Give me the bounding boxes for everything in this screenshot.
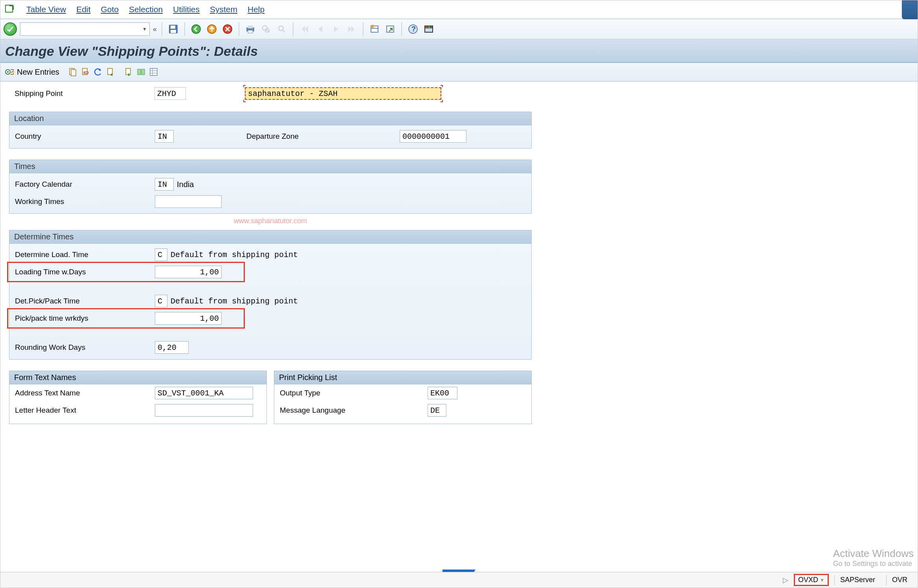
window-corner [902,0,918,19]
det-pickpack-time-code[interactable]: C [155,295,167,307]
app-menu-icon[interactable] [4,3,16,16]
select-set-icon[interactable] [136,67,146,77]
shipping-point-description-input[interactable]: saphanatutor - ZSAH [245,87,441,100]
undo-icon[interactable] [93,67,103,77]
separator [162,22,162,36]
message-language-input[interactable]: DE [428,404,446,417]
chevron-down-icon[interactable]: ▼ [142,26,147,32]
tcode-cell[interactable]: OVXD ▼ [794,574,829,586]
menu-edit[interactable]: Edit [76,5,90,14]
prev-entry-icon[interactable] [106,67,115,77]
menu-help[interactable]: Help [248,5,264,14]
svg-rect-17 [387,26,394,32]
status-bar: ▷ OVXD ▼ SAPServer OVR [0,572,918,588]
shortcut-icon[interactable] [384,23,397,35]
svg-rect-9 [248,30,253,33]
new-entries-button[interactable]: New Entries [17,68,59,77]
server-cell: SAPServer [834,575,881,585]
menu-table-view[interactable]: Table View [26,5,66,14]
pickpack-days-input[interactable]: 1,00 [155,312,222,325]
print-icon[interactable] [244,23,257,35]
svg-rect-22 [428,26,430,28]
departure-zone-label: Departure Zone [246,132,400,141]
cancel-icon[interactable] [221,23,234,35]
new-session-icon[interactable]: ✸ [368,23,381,35]
back-icon[interactable] [190,23,202,35]
determine-load-time-code[interactable]: C [155,248,167,261]
winhint-line1: Activate Windows [833,548,914,560]
svg-point-26 [7,71,9,73]
determine-load-time-label: Determine Load. Time [9,250,155,259]
nav-first-icon [298,23,311,35]
times-group: Times Factory Calendar IN India Working … [9,160,532,214]
page-title: Change View "Shipping Points": Details [0,40,918,63]
table-settings-icon[interactable] [149,67,158,77]
address-text-label: Address Text Name [9,389,155,397]
message-language-label: Message Language [274,406,428,415]
nav-prev-icon [314,23,327,35]
factory-calendar-input[interactable]: IN [155,178,174,191]
main-toolbar: ▼ « ✸ ? [0,19,918,40]
menu-selection[interactable]: Selection [129,5,163,14]
print-picking-header: Print Picking List [274,371,531,384]
shipping-point-label: Shipping Point [9,89,154,98]
collapse-toggle-icon[interactable]: « [153,25,157,33]
svg-rect-31 [84,72,88,73]
help-icon[interactable]: ? [407,23,419,35]
loading-time-days-input[interactable]: 1,00 [155,266,222,278]
tcode-text: OVXD [798,576,818,584]
factory-calendar-desc: India [177,180,194,189]
svg-rect-24 [425,28,432,32]
address-text-input[interactable]: SD_VST_0001_KA [155,387,253,399]
winhint-line2: Go to Settings to activate [833,560,914,568]
rounding-days-input[interactable]: 0,20 [155,341,189,354]
svg-text:✸: ✸ [370,24,375,29]
rounding-days-label: Rounding Work Days [9,343,155,352]
location-group: Location Country IN Departure Zone 00000… [9,112,532,149]
menu-system[interactable]: System [210,5,237,14]
svg-rect-28 [71,70,76,76]
next-entry-icon[interactable] [124,67,133,77]
location-group-header: Location [9,112,531,125]
save-icon[interactable] [167,23,180,35]
times-group-header: Times [9,160,531,173]
separator [363,22,364,36]
menu-utilities[interactable]: Utilities [173,5,200,14]
departure-zone-input[interactable]: 0000000001 [400,130,466,143]
letter-header-input[interactable] [155,404,253,417]
chevron-down-icon: ▼ [820,577,824,583]
separator [401,22,402,36]
svg-rect-35 [141,69,145,75]
ok-button[interactable] [4,22,17,36]
menu-goto[interactable]: Goto [101,5,119,14]
menubar: Table View Edit Goto Selection Utilities… [0,0,918,19]
form-text-group: Form Text Names Address Text Name SD_VST… [9,371,267,424]
command-field[interactable]: ▼ [20,22,150,36]
svg-rect-8 [248,26,253,28]
svg-point-10 [263,26,267,30]
find-icon [260,23,272,35]
separator [184,22,185,36]
working-times-input[interactable] [155,195,222,208]
loading-time-days-label: Loading Time w.Days [9,268,155,276]
layout-icon[interactable] [422,23,435,35]
svg-rect-3 [171,30,176,33]
country-input[interactable]: IN [155,130,174,143]
form-text-header: Form Text Names [9,371,266,384]
separator [239,22,239,36]
determine-times-group: Determine Times Determine Load. Time C D… [9,230,532,360]
find-next-icon [275,23,288,35]
svg-rect-21 [425,26,428,28]
pickpack-days-label: Pick/pack time wrkdys [9,314,155,323]
output-type-input[interactable]: EK00 [428,387,457,399]
det-pickpack-time-desc: Default from shipping point [171,297,298,306]
delete-icon[interactable] [81,67,90,77]
print-picking-group: Print Picking List Output Type EK00 Mess… [274,371,532,424]
toggle-display-icon[interactable] [4,67,14,77]
svg-rect-36 [150,68,157,75]
watermark-text: www.saphanatutor.com [9,217,532,225]
shipping-point-value: ZHYD [154,87,186,100]
copy-icon[interactable] [68,67,77,77]
status-play-icon[interactable]: ▷ [783,576,788,584]
exit-icon[interactable] [206,23,218,35]
